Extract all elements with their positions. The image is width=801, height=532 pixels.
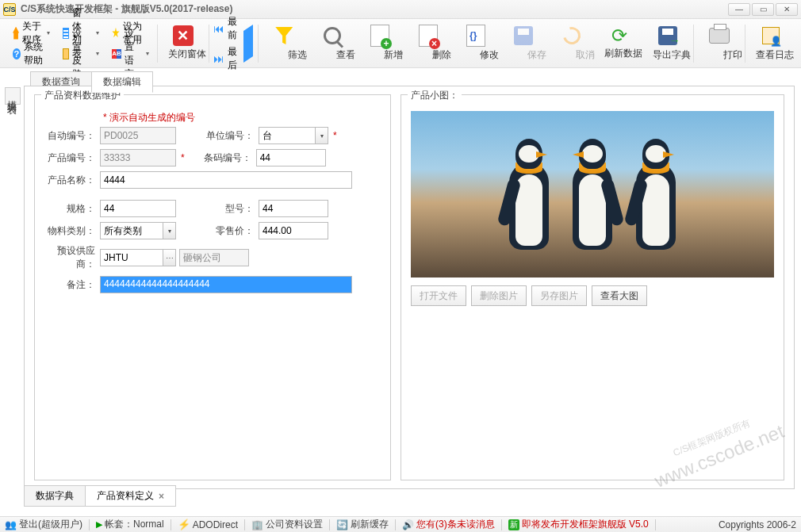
list-icon: [63, 28, 70, 39]
delete-icon: [419, 25, 438, 47]
label-spec: 规格：: [44, 202, 100, 216]
remark-input[interactable]: 44444444444444444444: [100, 276, 352, 293]
export-button[interactable]: 导出字典: [643, 21, 691, 66]
help-icon: ?: [13, 48, 21, 59]
save-icon: [514, 26, 533, 45]
print-button[interactable]: 打印: [696, 21, 743, 66]
help-button[interactable]: ?系统帮助: [10, 44, 53, 63]
product-thumbnail: [411, 111, 774, 277]
prod-name-input[interactable]: [100, 171, 352, 189]
minimize-button[interactable]: —: [728, 3, 750, 16]
label-model: 型号：: [195, 202, 259, 216]
delete-button[interactable]: 删除: [404, 21, 451, 66]
refresh-icon: ⟳: [610, 26, 629, 45]
titlebar: C/S C/S系统快速开发框架 - 旗舰版V5.0(2017-release) …: [0, 0, 801, 19]
cancel-icon: [560, 24, 584, 48]
account-label: ▶帐套：Normal: [96, 518, 164, 531]
filter-icon: [275, 27, 293, 44]
close-button[interactable]: ✕: [776, 3, 798, 16]
saveas-image-button: 另存图片: [531, 285, 587, 306]
refresh-button[interactable]: ⟳刷新数据: [596, 21, 643, 66]
mat-cat-combo[interactable]: ▾: [100, 222, 176, 239]
mat-cat-input[interactable]: [100, 222, 163, 239]
chevron-down-icon[interactable]: ▾: [163, 222, 176, 239]
tabs-bottom: 数据字典 产品资料定义×: [24, 485, 175, 507]
chevron-down-icon[interactable]: ▾: [316, 127, 328, 144]
panel: 产品资料数据维护 * 演示自动生成的编号 自动编号： 单位编号： ▾ * 产品编…: [24, 86, 795, 489]
first-icon: ⏮: [213, 22, 224, 35]
close-icon[interactable]: ×: [159, 491, 164, 502]
nav-first-button[interactable]: ⏮最前: [213, 15, 237, 42]
form-group: 产品资料数据维护 * 演示自动生成的编号 自动编号： 单位编号： ▾ * 产品编…: [34, 94, 391, 480]
edit-icon: [466, 25, 485, 47]
open-file-button: 打开文件: [411, 285, 466, 306]
skin-icon: [63, 48, 70, 59]
label-barcode: 条码编号：: [193, 151, 256, 165]
release-notice: 新 即将发布开发框架旗舰版 V5.0: [508, 518, 649, 531]
penguin-image: [628, 139, 684, 250]
prod-no-input: [100, 149, 176, 166]
company-settings-button[interactable]: 🏢 公司资料设置: [251, 518, 323, 531]
side-tab-modules[interactable]: 模块列表: [5, 87, 21, 105]
save-button: 保存: [500, 21, 547, 66]
view-button[interactable]: 查看: [309, 21, 356, 66]
search-icon: [324, 27, 341, 44]
cancel-button: 取消: [548, 21, 596, 66]
add-button[interactable]: 新增: [356, 21, 404, 66]
unit-no-input[interactable]: [259, 127, 316, 144]
delete-image-button: 删除图片: [471, 285, 527, 306]
view-big-button[interactable]: 查看大图: [592, 285, 647, 306]
label-retail: 零售价：: [195, 224, 259, 238]
toolbar: 关于程序▾ ?系统帮助 窗体列表▾ 设置皮肤▾ 设为常用 AB设置语言▾ ✕关闭…: [0, 19, 801, 68]
image-legend: 产品小图：: [408, 89, 462, 102]
last-icon: ⏭: [213, 52, 224, 65]
home-icon: [13, 27, 19, 40]
skin-button[interactable]: 设置皮肤▾: [59, 44, 103, 63]
export-icon: [658, 26, 677, 45]
required-star: *: [333, 130, 337, 141]
demo-note: * 演示自动生成的编号: [103, 111, 195, 124]
tab-data-dict[interactable]: 数据字典: [24, 485, 86, 507]
spec-input[interactable]: [100, 200, 176, 217]
barcode-input[interactable]: [256, 149, 326, 166]
app-icon: C/S: [3, 3, 16, 16]
supplier-code-input[interactable]: [100, 249, 163, 266]
label-unit-no: 单位编号：: [195, 129, 259, 143]
refresh-cache-button[interactable]: 🔄 刷新缓存: [336, 518, 389, 531]
tab-product-def[interactable]: 产品资料定义×: [85, 485, 176, 507]
label-supplier: 预设供应商：: [44, 244, 100, 271]
unit-no-combo[interactable]: ▾: [259, 127, 328, 144]
maximize-button[interactable]: ▭: [752, 3, 774, 16]
label-prod-name: 产品名称：: [44, 174, 100, 187]
label-mat-cat: 物料类别：: [44, 224, 100, 238]
penguin-image: [501, 139, 557, 250]
label-prod-no: 产品编号：: [44, 151, 100, 165]
edit-button[interactable]: 修改: [452, 21, 500, 66]
lang-icon: AB: [112, 49, 121, 59]
language-button[interactable]: AB设置语言▾: [109, 44, 152, 63]
image-group: 产品小图： 打开文件 删除图片 另存图片 查看大图: [400, 94, 784, 480]
retail-input[interactable]: [259, 222, 328, 239]
close-icon: ✕: [173, 25, 194, 46]
label-remark: 备注：: [44, 278, 100, 292]
required-star: *: [181, 152, 185, 163]
window-title: C/S系统快速开发框架 - 旗舰版V5.0(2017-release): [21, 2, 232, 16]
next-icon: [243, 39, 253, 63]
star-icon: [112, 28, 120, 39]
logout-button[interactable]: 👥 登出(超级用户): [5, 518, 82, 531]
label-auto-no: 自动编号：: [44, 129, 100, 143]
supplier-name-input: [179, 249, 249, 266]
statusbar: 👥 登出(超级用户) ▶帐套：Normal ⚡ADODirect 🏢 公司资料设…: [0, 516, 801, 532]
filter-button[interactable]: 筛选: [260, 21, 308, 66]
adodirect-label: ⚡ADODirect: [178, 519, 238, 530]
supplier-combo[interactable]: ⋯: [100, 249, 176, 266]
nav-next-button[interactable]: [243, 45, 253, 56]
auto-no-input: [100, 127, 176, 144]
model-input[interactable]: [259, 200, 328, 217]
close-window-button[interactable]: ✕关闭窗体: [159, 21, 206, 66]
unread-messages-button[interactable]: 🔊 您有(3)条未读消息: [402, 518, 495, 531]
ellipsis-icon[interactable]: ⋯: [163, 249, 176, 266]
log-icon: [762, 27, 780, 44]
log-button[interactable]: 查看日志: [747, 21, 795, 66]
tab-data-edit[interactable]: 数据编辑: [91, 71, 153, 93]
